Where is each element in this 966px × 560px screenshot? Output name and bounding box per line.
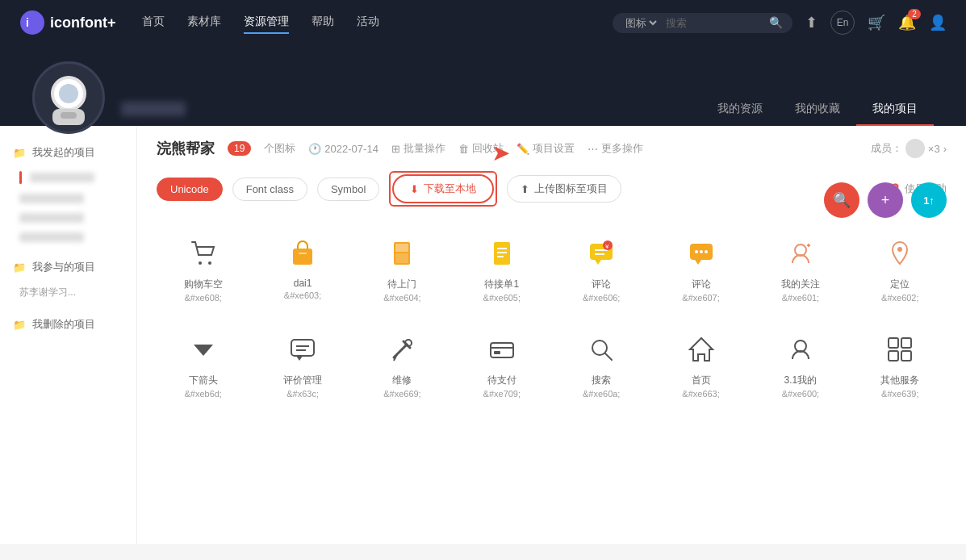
user-avatar-icon[interactable]: 👤 [929, 14, 947, 31]
search-bar[interactable]: 图标 🔍 [613, 13, 792, 33]
icon-card-shopping-cart[interactable]: 购物车空 &#xe608; [157, 223, 249, 312]
tab-font-class[interactable]: Font class [232, 178, 307, 201]
icon-card-comment2[interactable]: 评论 &#xe607; [654, 223, 747, 312]
icon-name-review-mgmt: 评价管理 [283, 374, 322, 387]
nav-materials[interactable]: 素材库 [187, 11, 221, 34]
svg-point-8 [208, 261, 211, 265]
settings-btn[interactable]: ✏️ 项目设置 [516, 141, 575, 156]
avatar [32, 61, 105, 134]
icon-card-pending-payment[interactable]: 待支付 &#xe709; [455, 319, 548, 408]
project-title: 浣熊帮家 [157, 139, 215, 158]
icon-card-dai1[interactable]: dai1 &#xe603; [256, 223, 349, 312]
sidebar-participated-item[interactable]: 苏李谢学习... [0, 281, 136, 304]
arrow-annotation: ➤ [491, 142, 510, 165]
icon-card-pending-order[interactable]: 待接单1 &#xe605; [455, 223, 548, 312]
icon-card-home[interactable]: 首页 &#xe663; [654, 319, 747, 408]
more-btn[interactable]: ⋯ 更多操作 [588, 141, 643, 156]
nav-resource-mgmt[interactable]: 资源管理 [244, 11, 289, 34]
project-name-blur-3 [19, 213, 84, 223]
batch-ops[interactable]: ⊞ 批量操作 [391, 141, 445, 156]
search-icon[interactable]: 🔍 [769, 16, 783, 29]
icon-symbol-pending-payment [487, 332, 516, 367]
search-type-select[interactable]: 图标 [622, 16, 659, 30]
upload-icon[interactable]: ⬆ [805, 14, 818, 31]
icon-card-review-mgmt[interactable]: 评价管理 &#x63c; [256, 319, 349, 408]
svg-text:i: i [26, 16, 29, 29]
batch-icon: ⊞ [391, 143, 400, 155]
search-input[interactable] [666, 17, 763, 29]
icon-code-pending-order: &#xe605; [483, 293, 521, 303]
sidebar-project-item-3[interactable] [0, 208, 136, 228]
icon-card-repair[interactable]: 维修 &#xe669; [356, 319, 449, 408]
tab-my-projects[interactable]: 我的项目 [856, 94, 934, 126]
float-user-button[interactable]: 1↑ [911, 182, 947, 218]
sidebar-project-item-raccoon[interactable] [0, 166, 136, 189]
tab-unicode[interactable]: Unicode [157, 178, 223, 201]
clock-icon: 🕐 [308, 143, 321, 155]
nav-activities[interactable]: 活动 [357, 11, 379, 34]
svg-rect-12 [395, 244, 408, 252]
icon-card-other-services[interactable]: 其他服务 &#xe639; [854, 319, 947, 408]
icon-symbol-my [786, 332, 815, 367]
cart-icon[interactable]: 🛒 [868, 14, 885, 31]
nav-home[interactable]: 首页 [142, 11, 165, 34]
recycle-icon: 🗑 [458, 143, 469, 155]
participated-icon: 📁 [13, 261, 26, 274]
profile-info [121, 102, 186, 126]
icon-card-my[interactable]: 3.1我的 &#xe600; [754, 319, 847, 408]
svg-marker-25 [695, 260, 701, 265]
icon-card-search[interactable]: 搜索 &#xe60a; [555, 319, 648, 408]
tab-my-favorites[interactable]: 我的收藏 [779, 94, 856, 126]
download-button[interactable]: ⬇ 下载至本地 [392, 174, 494, 203]
icon-code-other-services: &#xe639; [881, 389, 918, 399]
members-label: 成员： [871, 141, 902, 156]
icon-name-pending-order: 待接单1 [484, 278, 519, 291]
participated-project-label: 苏李谢学习... [19, 286, 76, 299]
date-label: 2022-07-14 [324, 143, 378, 155]
icon-card-my-focus[interactable]: 我的关注 &#xe601; [754, 223, 847, 312]
nav-help[interactable]: 帮助 [312, 11, 334, 34]
tab-my-resources[interactable]: 我的资源 [701, 94, 779, 126]
icon-code-comment1: &#xe606; [583, 293, 620, 303]
icon-card-comment1[interactable]: ¥ 评论 &#xe606; [555, 223, 648, 312]
icon-card-waiting-door[interactable]: 待上门 &#xe604; [356, 223, 449, 312]
notification-icon[interactable]: 🔔 2 [898, 14, 916, 31]
sidebar-project-item-4[interactable] [0, 228, 136, 247]
icon-card-location[interactable]: 定位 &#xe602; [854, 223, 947, 312]
sidebar-my-projects[interactable]: 📁 我发起的项目 [0, 139, 136, 166]
sidebar-participated[interactable]: 📁 我参与的项目 [0, 253, 136, 281]
main-content: 📁 我发起的项目 📁 我参与的项目 苏李谢学习... [0, 126, 966, 544]
icon-symbol-waiting-door [387, 236, 416, 271]
members-count: ×3 [928, 143, 940, 155]
icon-symbol-repair [387, 332, 416, 367]
sidebar: 📁 我发起的项目 📁 我参与的项目 苏李谢学习... [0, 126, 137, 544]
icon-symbol-shopping-cart [189, 236, 218, 271]
header: i iconfont+ 首页 素材库 资源管理 帮助 活动 图标 🔍 ⬆ En … [0, 0, 966, 45]
svg-rect-51 [889, 351, 898, 361]
project-name-blur [30, 173, 94, 182]
more-label: 更多操作 [601, 141, 643, 156]
icon-code-shopping-cart: &#xe608; [184, 293, 221, 303]
expand-icon[interactable]: › [943, 143, 947, 155]
logo-area[interactable]: i iconfont+ [19, 10, 116, 36]
svg-rect-42 [491, 343, 513, 357]
icon-name-other-services: 其他服务 [880, 374, 919, 387]
sidebar-deleted[interactable]: 📁 我删除的项目 [0, 311, 136, 338]
svg-rect-6 [61, 112, 77, 119]
icon-symbol-review-mgmt [288, 332, 317, 367]
float-search-button[interactable]: 🔍 [824, 182, 859, 218]
icon-symbol-home [687, 332, 716, 367]
upload-button[interactable]: ⬆ 上传图标至项目 [507, 175, 621, 203]
icon-card-arrow-down[interactable]: 下箭头 &#xeb6d; [157, 319, 249, 408]
settings-label: 项目设置 [533, 141, 575, 156]
svg-text:¥: ¥ [604, 243, 609, 250]
sidebar-project-item-2[interactable] [0, 189, 136, 208]
lang-button[interactable]: En [830, 10, 855, 35]
icon-code-home: &#xe663; [682, 389, 719, 399]
download-label: 下载至本地 [424, 182, 476, 196]
icon-symbol-dai1 [288, 236, 317, 271]
tab-symbol[interactable]: Symbol [317, 178, 379, 201]
icon-code-my: &#xe600; [782, 389, 819, 399]
icon-count-badge: 19 [228, 141, 251, 156]
float-add-button[interactable]: + [868, 182, 903, 218]
